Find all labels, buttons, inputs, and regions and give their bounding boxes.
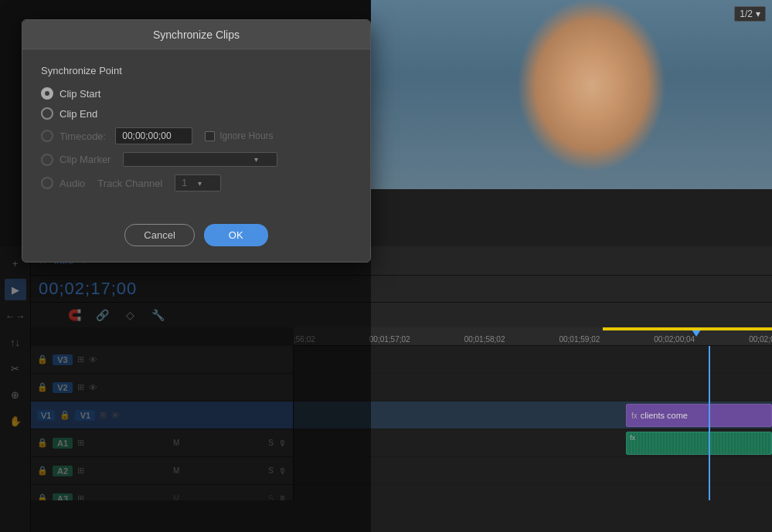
ok-button[interactable]: OK	[204, 224, 268, 246]
track-channel-arrow: ▾	[198, 179, 202, 188]
radio-timecode	[41, 130, 53, 142]
dialog-title: Synchronize Clips	[153, 29, 240, 41]
ratio-value: 1/2	[740, 8, 753, 19]
ratio-dropdown-arrow: ▾	[756, 8, 760, 19]
audio-fx-badge: fx	[630, 434, 635, 442]
ruler-label-1: 00;01;57;02	[369, 335, 410, 344]
synchronize-clips-dialog: Synchronize Clips Synchronize Point Clip…	[22, 19, 371, 263]
dialog-body: Synchronize Point Clip Start Clip End Ti…	[22, 49, 370, 216]
work-area-bar	[603, 327, 772, 330]
radio-clip-start[interactable]	[41, 87, 53, 100]
track-channel-value: 1	[182, 178, 187, 188]
radio-label-timecode: Timecode:	[60, 130, 106, 142]
radio-item-clip-end[interactable]: Clip End	[41, 107, 352, 120]
ignore-hours-row: Ignore Hours	[205, 130, 273, 141]
track-channel-label: Track Channel	[97, 178, 162, 189]
dialog-title-bar: Synchronize Clips	[22, 20, 370, 49]
ruler-label-3: 00;01;59;02	[559, 335, 600, 344]
timecode-input[interactable]	[115, 127, 192, 144]
radio-label-clip-start: Clip Start	[60, 88, 100, 100]
radio-item-clip-start[interactable]: Clip Start	[41, 87, 352, 100]
radio-audio	[41, 177, 53, 189]
clip-label-v1: clients come	[641, 411, 688, 420]
radio-label-clip-marker: Clip Marker	[60, 154, 111, 165]
ruler-label-2: 00;01;58;02	[464, 335, 505, 344]
cancel-button[interactable]: Cancel	[124, 224, 194, 246]
video-clip-v1[interactable]: fx clients come	[626, 404, 772, 427]
playhead-line	[709, 346, 710, 500]
radio-clip-marker	[41, 154, 53, 166]
video-preview	[371, 0, 772, 189]
ratio-select[interactable]: 1/2 ▾	[734, 6, 766, 22]
radio-item-audio: Audio Track Channel 1 ▾	[41, 175, 352, 191]
radio-clip-end[interactable]	[41, 107, 53, 120]
ignore-hours-checkbox	[205, 131, 215, 141]
right-panel: 1/2 ▾	[371, 0, 772, 189]
clip-marker-dropdown-arrow: ▾	[254, 155, 258, 164]
audio-clip-a1[interactable]: fx	[626, 432, 772, 455]
radio-label-clip-end: Clip End	[60, 108, 97, 120]
person-silhouette	[371, 0, 772, 189]
clip-fx-badge: fx	[631, 412, 638, 420]
radio-item-timecode: Timecode: Ignore Hours	[41, 127, 352, 144]
ruler-label-4: 00;02;00;04	[654, 335, 695, 344]
radio-item-clip-marker: Clip Marker ▾	[41, 152, 352, 167]
ruler-label-5: 00;02;01;04	[749, 335, 772, 344]
dialog-footer: Cancel OK	[22, 216, 370, 262]
radio-label-audio: Audio	[60, 178, 85, 189]
radio-group: Clip Start Clip End Timecode: Ignore Hou…	[41, 87, 352, 191]
clip-marker-dropdown: ▾	[123, 152, 277, 167]
dialog-section-label: Synchronize Point	[41, 65, 352, 76]
track-channel-dropdown: 1 ▾	[175, 175, 221, 191]
ignore-hours-label: Ignore Hours	[219, 130, 273, 141]
